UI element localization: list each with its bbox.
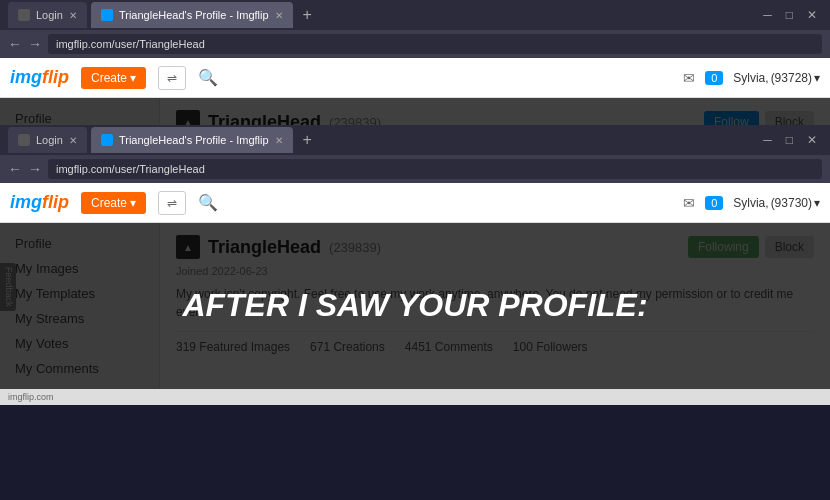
stat-creations-2: 671 Creations [310, 340, 385, 354]
browser-chrome-top: Login ✕ TriangleHead's Profile - Imgflip… [0, 0, 830, 30]
tab-close-4[interactable]: ✕ [275, 135, 283, 146]
user-menu-button-1[interactable]: Sylvia, (93728) ▾ [733, 71, 820, 85]
tab-close-3[interactable]: ✕ [69, 135, 77, 146]
back-button-1[interactable]: ← [8, 36, 22, 52]
favicon-1 [18, 9, 30, 21]
stats-bar-2: 319 Featured Images 671 Creations 4451 C… [176, 331, 814, 354]
tab-close-1[interactable]: ✕ [69, 10, 77, 21]
sidebar-item-images-2[interactable]: My Images [0, 256, 159, 281]
imgflip-header-1: imgflip Create ▾ ⇌ 🔍 ✉ 0 Sylvia, (93728)… [0, 58, 830, 98]
imgflip-logo-2[interactable]: imgflip [10, 192, 69, 213]
header-right-2: ✉ 0 Sylvia, (93730) ▾ [683, 195, 820, 211]
stat-featured-2: 319 Featured Images [176, 340, 290, 354]
username-label-2: Sylvia, [733, 196, 768, 210]
minimize-btn-2[interactable]: ─ [758, 131, 777, 149]
sidebar-item-comments-2[interactable]: My Comments [0, 356, 159, 381]
browser-chrome-top-2: Login ✕ TriangleHead's Profile - Imgflip… [0, 125, 830, 155]
profile-avatar-2: ▲ [176, 235, 200, 259]
imgflip-logo-1[interactable]: imgflip [10, 67, 69, 88]
footer-label: imgflip.com [8, 392, 54, 402]
user-menu-button-2[interactable]: Sylvia, (93730) ▾ [733, 196, 820, 210]
username-label-1: Sylvia, [733, 71, 768, 85]
imgflip-footer: imgflip.com [0, 389, 830, 405]
tab-profile-1[interactable]: TriangleHead's Profile - Imgflip ✕ [91, 2, 293, 28]
user-score-2: (93730) [771, 196, 812, 210]
sidebar-item-templates-2[interactable]: My Templates [0, 281, 159, 306]
address-bar-1: ← → [0, 30, 830, 58]
new-tab-button-2[interactable]: + [297, 131, 318, 149]
imgflip-header-2: imgflip Create ▾ ⇌ 🔍 ✉ 0 Sylvia, (93730)… [0, 183, 830, 223]
notification-badge-2[interactable]: 0 [705, 196, 723, 210]
tab-close-2[interactable]: ✕ [275, 10, 283, 21]
sidebar-2: Profile My Images My Templates My Stream… [0, 223, 160, 389]
create-button-2[interactable]: Create ▾ [81, 192, 146, 214]
sidebar-item-profile-2[interactable]: Profile [0, 231, 159, 256]
profile-header-2: ▲ TriangleHead (239839) Following Block [176, 235, 814, 259]
maximize-btn-1[interactable]: □ [781, 6, 798, 24]
bio-text-2: My work isn't copyright. Feel free to us… [176, 285, 814, 321]
profile-id-2: (239839) [329, 240, 381, 255]
profile-name-2[interactable]: TriangleHead [208, 237, 321, 258]
favicon-4 [101, 134, 113, 146]
user-dropdown-arrow-2: ▾ [814, 196, 820, 210]
profile-buttons-2: Following Block [688, 236, 814, 258]
search-button-1[interactable]: 🔍 [198, 68, 218, 87]
minimize-btn-1[interactable]: ─ [758, 6, 777, 24]
mail-icon-1[interactable]: ✉ [683, 70, 695, 86]
sidebar-item-streams-2[interactable]: My Streams [0, 306, 159, 331]
join-date-2: Joined 2022-06-23 [176, 265, 814, 277]
feedback-tab-2[interactable]: Feedback [0, 263, 16, 311]
favicon-2 [101, 9, 113, 21]
back-button-2[interactable]: ← [8, 161, 22, 177]
create-button-1[interactable]: Create ▾ [81, 67, 146, 89]
shuffle-button-2[interactable]: ⇌ [158, 191, 186, 215]
user-score-1: (93728) [771, 71, 812, 85]
new-tab-button-1[interactable]: + [297, 6, 318, 24]
stat-followers-2: 100 Followers [513, 340, 588, 354]
browser-controls-2: ─ □ ✕ [758, 131, 822, 149]
tab-label-profile-1: TriangleHead's Profile - Imgflip [119, 9, 269, 21]
notification-badge-1[interactable]: 0 [705, 71, 723, 85]
url-input-2[interactable] [48, 159, 822, 179]
close-btn-2[interactable]: ✕ [802, 131, 822, 149]
forward-button-2[interactable]: → [28, 161, 42, 177]
address-bar-2: ← → [0, 155, 830, 183]
stat-comments-2: 4451 Comments [405, 340, 493, 354]
search-button-2[interactable]: 🔍 [198, 193, 218, 212]
tab-label-login-2: Login [36, 134, 63, 146]
header-right-1: ✉ 0 Sylvia, (93728) ▾ [683, 70, 820, 86]
forward-button-1[interactable]: → [28, 36, 42, 52]
tab-label-profile-2: TriangleHead's Profile - Imgflip [119, 134, 269, 146]
sidebar-item-votes-2[interactable]: My Votes [0, 331, 159, 356]
tab-login-2[interactable]: Login ✕ [8, 127, 87, 153]
tab-label-login-1: Login [36, 9, 63, 21]
favicon-3 [18, 134, 30, 146]
maximize-btn-2[interactable]: □ [781, 131, 798, 149]
tab-login-1[interactable]: Login ✕ [8, 2, 87, 28]
browser-controls-1: ─ □ ✕ [758, 6, 822, 24]
url-input-1[interactable] [48, 34, 822, 54]
mail-icon-2[interactable]: ✉ [683, 195, 695, 211]
close-btn-1[interactable]: ✕ [802, 6, 822, 24]
following-button-2[interactable]: Following [688, 236, 759, 258]
user-dropdown-arrow-1: ▾ [814, 71, 820, 85]
profile-area-2: ▲ TriangleHead (239839) Following Block … [160, 223, 830, 389]
shuffle-button-1[interactable]: ⇌ [158, 66, 186, 90]
tab-profile-2[interactable]: TriangleHead's Profile - Imgflip ✕ [91, 127, 293, 153]
block-button-2[interactable]: Block [765, 236, 814, 258]
